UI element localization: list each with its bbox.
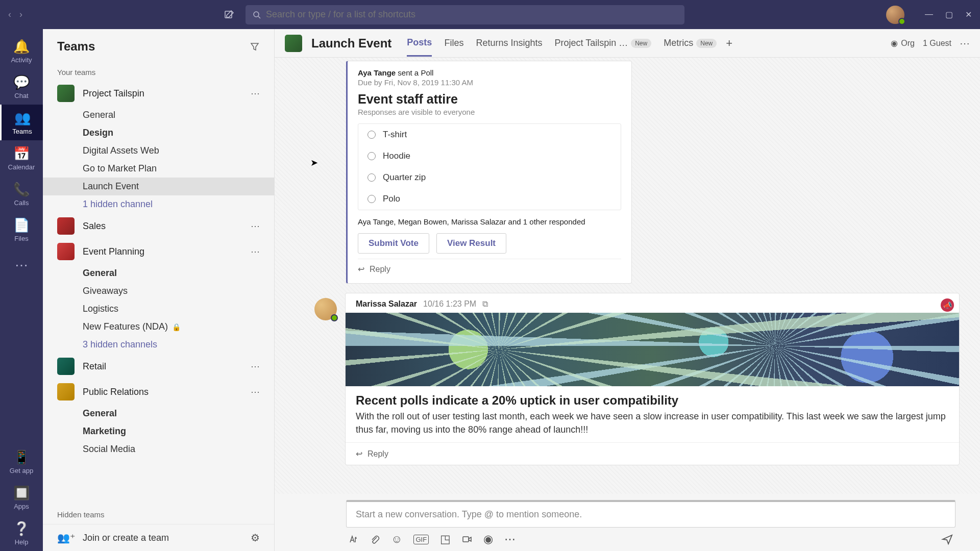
apps-icon: 🔲 [13,485,30,501]
poll-option[interactable]: T-shirt [358,124,621,145]
org-visibility[interactable]: ◉Org [891,38,915,48]
back-icon[interactable]: ‹ [8,9,11,20]
team-icon [57,358,75,375]
phone-icon: 📞 [13,182,30,197]
title-bar: ‹ › — ▢ ✕ [0,0,980,29]
join-create-team[interactable]: Join or create a team [83,533,169,543]
poll-option[interactable]: Quarter zip [358,167,621,188]
close-icon[interactable]: ✕ [965,10,972,19]
tab-project-tailspin-[interactable]: Project Tailspin …New [554,30,651,57]
user-avatar[interactable] [886,6,904,24]
message-author[interactable]: Marissa Salazar [356,299,417,309]
rail-apps[interactable]: 🔲Apps [0,480,43,515]
team-icon [57,383,75,400]
hidden-channels-link[interactable]: 3 hidden channels [43,336,274,354]
rail-files[interactable]: 📄Files [0,212,43,247]
rail-help[interactable]: ❔Help [0,515,43,551]
meet-now-icon[interactable] [462,534,472,544]
team-row[interactable]: Event Planning⋯ [43,239,274,264]
more-compose-icon[interactable]: ⋯ [504,533,516,546]
section-your-teams: Your teams [43,64,274,81]
channel-item[interactable]: Digital Assets Web [43,142,274,160]
rail-activity[interactable]: 🔔Activity [0,33,43,69]
channel-item[interactable]: Logistics [43,300,274,318]
rail-calls[interactable]: 📞Calls [0,176,43,212]
channel-item[interactable]: Go to Market Plan [43,160,274,178]
channel-item[interactable]: New Features (NDA)🔒 [43,318,274,336]
channel-item[interactable]: General [43,405,274,422]
view-result-button[interactable]: View Result [436,233,506,254]
team-more-icon[interactable]: ⋯ [251,386,260,397]
search-box[interactable] [246,5,684,24]
tab-posts[interactable]: Posts [407,30,432,57]
message-timestamp: 10/16 1:23 PM [423,299,476,309]
hidden-teams-label[interactable]: Hidden teams [43,505,274,524]
poll-option-label: Quarter zip [383,172,426,183]
message-author-avatar[interactable] [314,298,337,320]
settings-icon[interactable]: ⚙ [251,532,260,544]
attach-icon[interactable] [370,534,380,544]
rail-teams[interactable]: 👥Teams [0,105,43,140]
poll-option-label: Hoodie [383,151,410,161]
channel-label: General [83,408,117,419]
team-row[interactable]: Retail⋯ [43,354,274,379]
forward-icon[interactable]: › [19,9,22,20]
reply-icon: ↩ [356,449,362,459]
poll-responders: Aya Tange, Megan Bowen, Marissa Salazar … [358,217,621,226]
add-tab-icon[interactable]: + [726,37,732,50]
tab-label: Files [444,38,463,48]
message-reply-button[interactable]: ↩Reply [346,442,959,465]
announcement-banner-image [346,313,959,386]
tab-files[interactable]: Files [444,30,463,57]
team-more-icon[interactable]: ⋯ [251,88,260,99]
send-icon[interactable] [941,533,953,545]
submit-vote-button[interactable]: Submit Vote [358,233,429,254]
new-chat-icon[interactable] [224,10,234,20]
minimize-icon[interactable]: — [925,10,933,19]
sticker-icon[interactable]: ◳ [440,533,451,546]
poll-option-label: Polo [383,194,400,204]
tab-metrics[interactable]: MetricsNew [664,30,717,57]
rail-get-app[interactable]: 📱Get app [0,444,43,480]
team-row[interactable]: Project Tailspin⋯ [43,81,274,106]
channel-item[interactable]: Social Media [43,440,274,458]
file-icon: 📄 [13,217,30,233]
poll-option[interactable]: Polo [358,188,621,210]
copy-link-icon[interactable]: ⧉ [482,299,488,309]
format-icon[interactable] [348,534,358,544]
messages-area[interactable]: Aya Tange sent a Poll Due by Fri, Nov 8,… [275,58,980,494]
compose-input[interactable]: Start a new conversation. Type @ to ment… [346,500,955,528]
channel-item[interactable]: Design [43,124,274,142]
poll-option[interactable]: Hoodie [358,145,621,167]
filter-icon[interactable] [250,41,260,52]
channel-item[interactable]: Marketing [43,422,274,440]
more-options-icon[interactable]: ⋯ [960,37,970,49]
team-more-icon[interactable]: ⋯ [251,220,260,232]
search-input[interactable] [266,9,677,20]
reply-icon: ↩ [358,264,364,274]
team-more-icon[interactable]: ⋯ [251,246,260,257]
emoji-icon[interactable]: ☺ [391,533,402,546]
guest-count[interactable]: 1 Guest [923,39,951,48]
stream-icon[interactable]: ◉ [483,533,493,546]
hidden-channels-link[interactable]: 1 hidden channel [43,195,274,213]
team-more-icon[interactable]: ⋯ [251,361,260,372]
channel-item[interactable]: Launch Event [43,178,274,195]
svg-rect-0 [225,11,232,18]
maximize-icon[interactable]: ▢ [945,10,953,19]
team-row[interactable]: Public Relations⋯ [43,379,274,405]
tab-label: Posts [407,37,432,48]
gif-icon[interactable]: GIF [413,535,429,544]
rail-more[interactable]: ⋯ [0,247,43,283]
channel-item[interactable]: Giveaways [43,282,274,300]
poll-reply-button[interactable]: ↩Reply [358,259,621,279]
rail-chat[interactable]: 💬Chat [0,69,43,105]
team-icon [57,85,75,102]
composer: Start a new conversation. Type @ to ment… [275,494,980,551]
tab-returns-insights[interactable]: Returns Insights [476,30,542,57]
teams-icon: 👥 [14,110,31,126]
team-row[interactable]: Sales⋯ [43,213,274,239]
channel-item[interactable]: General [43,106,274,124]
channel-item[interactable]: General [43,264,274,282]
rail-calendar[interactable]: 📅Calendar [0,140,43,176]
